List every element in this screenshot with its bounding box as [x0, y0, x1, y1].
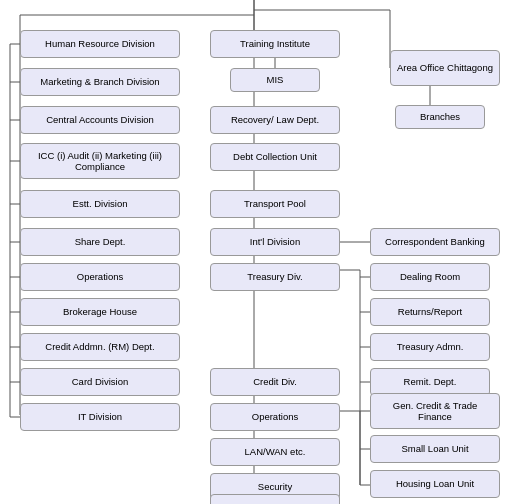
box-card: Card Division	[20, 368, 180, 396]
box-correspondent: Correspondent Banking	[370, 228, 500, 256]
box-lanwan: LAN/WAN etc.	[210, 438, 340, 466]
box-dealing: Dealing Room	[370, 263, 490, 291]
box-it: IT Division	[20, 403, 180, 431]
box-treasury: Treasury Div.	[210, 263, 340, 291]
box-credit_addm: Credit Addmn. (RM) Dept.	[20, 333, 180, 361]
box-branches_support: Branches Support	[210, 494, 340, 504]
box-hr: Human Resource Division	[20, 30, 180, 58]
box-brokerage: Brokerage House	[20, 298, 180, 326]
box-recovery: Recovery/ Law Dept.	[210, 106, 340, 134]
box-housingloan: Housing Loan Unit	[370, 470, 500, 498]
org-chart: Human Resource DivisionTraining Institut…	[0, 0, 511, 504]
box-treasury_admn: Treasury Admn.	[370, 333, 490, 361]
box-remit: Remit. Dept.	[370, 368, 490, 396]
box-icc: ICC (i) Audit (ii) Marketing (iii) Compl…	[20, 143, 180, 179]
box-share: Share Dept.	[20, 228, 180, 256]
box-areaoffice: Area Office Chittagong	[390, 50, 500, 86]
box-gen_credit: Gen. Credit & Trade Finance	[370, 393, 500, 429]
box-operations: Operations	[20, 263, 180, 291]
box-intldiv: Int'l Division	[210, 228, 340, 256]
box-marketing: Marketing & Branch Division	[20, 68, 180, 96]
box-branches: Branches	[395, 105, 485, 129]
box-ops2: Operations	[210, 403, 340, 431]
box-debtcollection: Debt Collection Unit	[210, 143, 340, 171]
box-transport: Transport Pool	[210, 190, 340, 218]
box-smallloan: Small Loan Unit	[370, 435, 500, 463]
box-creditdiv: Credit Div.	[210, 368, 340, 396]
box-training: Training Institute	[210, 30, 340, 58]
box-mis: MIS	[230, 68, 320, 92]
box-estt: Estt. Division	[20, 190, 180, 218]
box-central: Central Accounts Division	[20, 106, 180, 134]
box-returns: Returns/Report	[370, 298, 490, 326]
